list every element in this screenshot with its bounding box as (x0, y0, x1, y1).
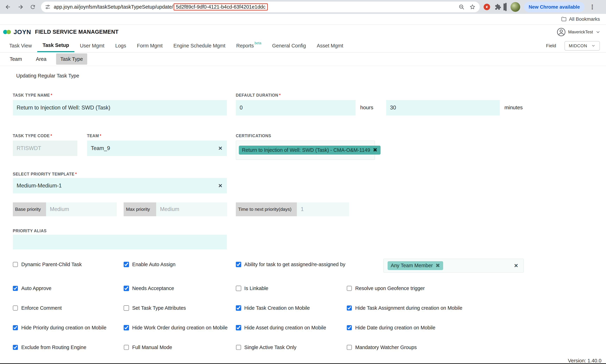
new-chrome-button[interactable]: New Chrome available (524, 2, 585, 12)
checkbox-label: Single Active Task Only (244, 344, 296, 350)
checkbox-input[interactable] (347, 345, 352, 350)
user-avatar-icon[interactable] (557, 27, 566, 37)
checkbox-auto-approve[interactable]: Auto Approve (13, 285, 124, 292)
site-info-icon[interactable] (45, 4, 51, 10)
time-to-next-priority-input[interactable] (297, 202, 349, 216)
tab-engine-schedule-mgmt[interactable]: Engine Schedule Mgmt (168, 39, 231, 52)
duration-minutes-input[interactable] (386, 100, 500, 116)
chip-return-to-injection-of-well-swd-task-cma-o-m-1149[interactable]: Return to Injection of Well: SWD (Task) … (239, 146, 380, 155)
priority-template-input[interactable] (13, 178, 227, 194)
chip-remove-icon[interactable]: ✖ (435, 263, 440, 268)
forward-icon[interactable] (16, 3, 25, 11)
checkbox-input[interactable] (124, 345, 129, 350)
tab-reports[interactable]: Reportsbeta (231, 39, 267, 52)
checkbox-input[interactable] (13, 262, 18, 267)
max-priority-input[interactable] (156, 202, 227, 216)
checkbox-input[interactable] (236, 286, 241, 291)
team-clear-icon[interactable]: × (219, 145, 222, 151)
checkbox-dynamic-parent-child-task[interactable]: Dynamic Parent-Child Task (13, 261, 124, 268)
checkbox-enforce-comment[interactable]: Enforce Comment (13, 305, 124, 312)
certifications-box[interactable]: Return to Injection of Well: SWD (Task) … (236, 141, 375, 160)
checkbox-is-linkable[interactable]: Is Linkable (236, 285, 347, 292)
checkbox-hide-task-assignment-during-creation-on-mobile[interactable]: Hide Task Assignment during creation on … (347, 305, 463, 312)
subtabs: TeamAreaTask Type (0, 52, 606, 66)
tab-user-mgmt[interactable]: User Mgmt (74, 39, 110, 52)
bookmarks-folder-icon[interactable] (561, 16, 567, 22)
checkbox-input[interactable] (13, 345, 18, 350)
side-panel-icon[interactable] (505, 3, 507, 11)
user-name[interactable]: MaverickTest (568, 29, 593, 34)
duration-minutes-field (386, 100, 500, 116)
browser-menu-icon[interactable]: ⋮ (588, 3, 596, 11)
checkbox-hide-work-order-during-creation-on-mobile[interactable]: Hide Work Order during creation on Mobil… (124, 324, 236, 331)
priority-template-clear-icon[interactable]: × (219, 182, 222, 189)
checkbox-label: Resolve upon Geofence trigger (355, 286, 425, 291)
tab-logs[interactable]: Logs (110, 39, 132, 52)
checkbox-mandatory-watcher-groups[interactable]: Mandatory Watcher Groups (347, 344, 463, 351)
tab-task-setup[interactable]: Task Setup (37, 39, 75, 52)
checkbox-enable-auto-assign[interactable]: Enable Auto Assign (124, 261, 236, 268)
address-bar[interactable]: app.joyn.ai/joynfsm/taskSetup/taskTypeSe… (41, 1, 480, 13)
checkbox-hide-priority-during-creation-on-mobile[interactable]: Hide Priority during creation on Mobile (13, 324, 124, 331)
zoom-icon[interactable] (458, 4, 465, 10)
checkbox-input[interactable] (124, 325, 129, 330)
checkbox-needs-acceptance[interactable]: Needs Acceptance (124, 285, 236, 292)
checkbox-full-manual-mode[interactable]: Full Manual Mode (124, 344, 236, 351)
checkbox-input[interactable] (347, 286, 352, 291)
base-priority-input[interactable] (46, 202, 117, 216)
back-icon[interactable] (4, 3, 12, 11)
checkbox-single-active-task-only[interactable]: Single Active Task Only (236, 344, 347, 351)
subtab-area[interactable]: Area (32, 53, 51, 65)
checkbox-input[interactable] (236, 345, 241, 350)
checkbox-label: Ability for task to get assigned/re-assi… (244, 261, 345, 267)
checkbox-set-task-type-attributes[interactable]: Set Task Type Attributes (124, 305, 236, 312)
required-asterisk: * (51, 133, 52, 138)
checkbox-hide-date-during-creation-on-mobile[interactable]: Hide Date during creation on Mobile (347, 324, 463, 331)
priority-alias-input[interactable] (13, 235, 227, 249)
checkbox-exclude-from-routing-engine[interactable]: Exclude from Routing Engine (13, 344, 124, 351)
chip-any-team-member[interactable]: Any Team Member✖ (387, 261, 443, 270)
assigned-by-select[interactable]: Any Team Member✖ × (383, 259, 524, 273)
checkbox-input[interactable] (347, 325, 352, 330)
checkbox-input[interactable] (236, 305, 241, 311)
task-type-code-label: TASK TYPE CODE* (13, 133, 52, 138)
checkbox-input[interactable] (13, 286, 18, 291)
profile-avatar[interactable] (510, 2, 520, 12)
tab-label: Asset Mgmt (317, 43, 343, 49)
checkbox-input[interactable] (236, 262, 241, 267)
reload-icon[interactable] (29, 3, 37, 11)
field-dropdown[interactable]: MIDCON (565, 41, 600, 51)
checkbox-resolve-upon-geofence-trigger[interactable]: Resolve upon Geofence trigger (347, 285, 463, 292)
duration-hours-input[interactable] (236, 100, 356, 116)
bookmark-star-icon[interactable] (469, 4, 476, 10)
url-text[interactable]: app.joyn.ai/joynfsm/taskSetup/taskTypeSe… (54, 3, 455, 11)
checkbox-hide-task-creation-on-mobile[interactable]: Hide Task Creation on Mobile (236, 305, 347, 312)
user-menu-chevron-icon[interactable] (595, 29, 601, 35)
tab-label: Form Mgmt (137, 43, 163, 49)
tab-general-config[interactable]: General Config (267, 39, 311, 52)
subtab-team[interactable]: Team (5, 53, 26, 65)
checkbox-ability-for-task-to-get-assigned-re-assigned-by[interactable]: Ability for task to get assigned/re-assi… (236, 261, 347, 268)
extensions-icon[interactable] (495, 4, 501, 10)
checkbox-input[interactable] (124, 262, 129, 267)
checkbox-label: Is Linkable (244, 286, 268, 291)
chip-remove-icon[interactable]: ✖ (373, 147, 377, 153)
checkbox-input[interactable] (124, 305, 129, 311)
team-input[interactable] (87, 141, 227, 156)
tab-asset-mgmt[interactable]: Asset Mgmt (311, 39, 348, 52)
checkbox-hide-asset-during-creation-on-mobile[interactable]: Hide Asset during creation on Mobile (236, 324, 347, 331)
checkbox-input[interactable] (124, 286, 129, 291)
subtab-task-type[interactable]: Task Type (56, 53, 87, 65)
adblock-icon[interactable] (484, 4, 490, 10)
tab-task-view[interactable]: Task View (4, 39, 37, 52)
url-prefix: app.joyn.ai/joynfsm/taskSetup/taskTypeSe… (54, 4, 173, 10)
checkbox-input[interactable] (13, 305, 18, 311)
checkbox-input[interactable] (13, 325, 18, 330)
checkbox-input[interactable] (236, 325, 241, 330)
task-type-name-input[interactable] (13, 100, 227, 116)
assigned-by-clear-icon[interactable]: × (514, 262, 518, 269)
tab-form-mgmt[interactable]: Form Mgmt (132, 39, 168, 52)
checkbox-input[interactable] (347, 305, 352, 311)
task-type-code-field (13, 141, 77, 156)
all-bookmarks-label[interactable]: All Bookmarks (569, 16, 600, 22)
